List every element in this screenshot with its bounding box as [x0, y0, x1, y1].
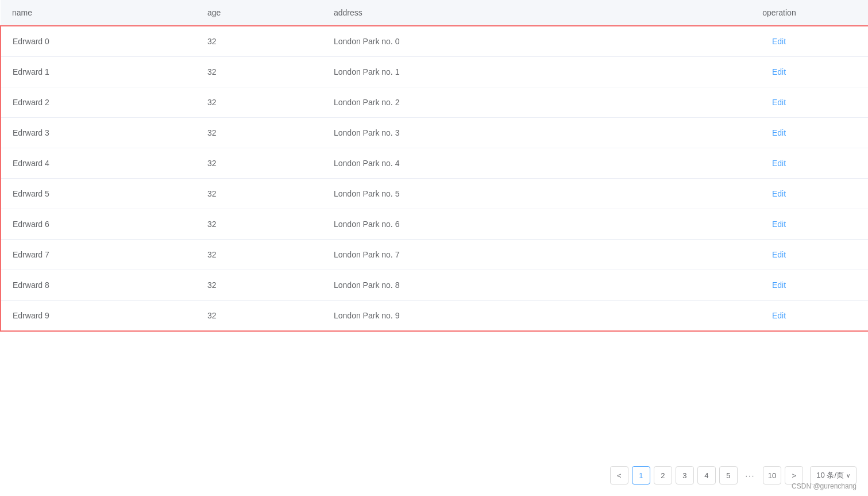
- table-row: Edrward 332London Park no. 3Edit: [1, 118, 868, 148]
- cell-address: London Park no. 7: [322, 240, 690, 270]
- cell-age: 32: [196, 240, 322, 270]
- cell-age: 32: [196, 179, 322, 209]
- table-wrapper: name age address operation Edrward 032Lo…: [0, 0, 868, 455]
- table-row: Edrward 232London Park no. 2Edit: [1, 87, 868, 118]
- page-size-label: 10 条/页: [816, 470, 844, 480]
- edit-button[interactable]: Edit: [772, 67, 786, 76]
- page-container: name age address operation Edrward 032Lo…: [0, 0, 868, 496]
- cell-age: 32: [196, 118, 322, 148]
- cell-age: 32: [196, 148, 322, 179]
- cell-name: Edrward 7: [1, 240, 196, 270]
- col-header-age: age: [196, 0, 322, 26]
- col-header-address: address: [322, 0, 690, 26]
- cell-age: 32: [196, 26, 322, 57]
- cell-operation: Edit: [690, 209, 868, 240]
- page-last-button[interactable]: 10: [763, 466, 781, 485]
- cell-address: London Park no. 1: [322, 57, 690, 87]
- page-1-button[interactable]: 1: [632, 466, 650, 485]
- cell-operation: Edit: [690, 270, 868, 301]
- cell-operation: Edit: [690, 26, 868, 57]
- cell-address: London Park no. 3: [322, 118, 690, 148]
- edit-button[interactable]: Edit: [772, 128, 786, 137]
- chevron-down-icon: ∨: [846, 472, 850, 479]
- cell-address: London Park no. 5: [322, 179, 690, 209]
- data-table: name age address operation Edrward 032Lo…: [0, 0, 868, 332]
- table-row: Edrward 932London Park no. 9Edit: [1, 301, 868, 332]
- cell-operation: Edit: [690, 87, 868, 118]
- table-row: Edrward 732London Park no. 7Edit: [1, 240, 868, 270]
- cell-operation: Edit: [690, 179, 868, 209]
- table-row: Edrward 832London Park no. 8Edit: [1, 270, 868, 301]
- table-row: Edrward 432London Park no. 4Edit: [1, 148, 868, 179]
- cell-operation: Edit: [690, 57, 868, 87]
- footer-credit: CSDN @gurenchang: [792, 482, 857, 490]
- edit-button[interactable]: Edit: [772, 189, 786, 198]
- edit-button[interactable]: Edit: [772, 311, 786, 320]
- col-header-operation: operation: [690, 0, 868, 26]
- cell-operation: Edit: [690, 240, 868, 270]
- cell-name: Edrward 0: [1, 26, 196, 57]
- cell-age: 32: [196, 57, 322, 87]
- table-body: Edrward 032London Park no. 0EditEdrward …: [1, 26, 868, 331]
- cell-name: Edrward 2: [1, 87, 196, 118]
- page-3-button[interactable]: 3: [676, 466, 694, 485]
- cell-address: London Park no. 2: [322, 87, 690, 118]
- cell-age: 32: [196, 301, 322, 332]
- pagination-dots: ···: [741, 466, 759, 485]
- table-header: name age address operation: [1, 0, 868, 26]
- page-2-button[interactable]: 2: [654, 466, 672, 485]
- cell-name: Edrward 9: [1, 301, 196, 332]
- edit-button[interactable]: Edit: [772, 98, 786, 107]
- header-row: name age address operation: [1, 0, 868, 26]
- cell-address: London Park no. 4: [322, 148, 690, 179]
- cell-operation: Edit: [690, 148, 868, 179]
- prev-page-button[interactable]: <: [610, 466, 628, 485]
- cell-name: Edrward 4: [1, 148, 196, 179]
- col-header-name: name: [1, 0, 196, 26]
- table-row: Edrward 132London Park no. 1Edit: [1, 57, 868, 87]
- cell-name: Edrward 1: [1, 57, 196, 87]
- cell-age: 32: [196, 87, 322, 118]
- edit-button[interactable]: Edit: [772, 280, 786, 290]
- cell-address: London Park no. 6: [322, 209, 690, 240]
- cell-address: London Park no. 0: [322, 26, 690, 57]
- edit-button[interactable]: Edit: [772, 220, 786, 229]
- table-row: Edrward 632London Park no. 6Edit: [1, 209, 868, 240]
- cell-name: Edrward 5: [1, 179, 196, 209]
- cell-operation: Edit: [690, 301, 868, 332]
- cell-name: Edrward 8: [1, 270, 196, 301]
- edit-button[interactable]: Edit: [772, 37, 786, 46]
- edit-button[interactable]: Edit: [772, 159, 786, 168]
- page-4-button[interactable]: 4: [697, 466, 716, 485]
- table-row: Edrward 532London Park no. 5Edit: [1, 179, 868, 209]
- cell-age: 32: [196, 209, 322, 240]
- cell-operation: Edit: [690, 118, 868, 148]
- pagination: < 1 2 3 4 5 ··· 10 > 10 条/页 ∨: [0, 455, 868, 496]
- page-5-button[interactable]: 5: [719, 466, 738, 485]
- cell-name: Edrward 3: [1, 118, 196, 148]
- table-row: Edrward 032London Park no. 0Edit: [1, 26, 868, 57]
- cell-address: London Park no. 8: [322, 270, 690, 301]
- edit-button[interactable]: Edit: [772, 250, 786, 259]
- cell-age: 32: [196, 270, 322, 301]
- cell-address: London Park no. 9: [322, 301, 690, 332]
- cell-name: Edrward 6: [1, 209, 196, 240]
